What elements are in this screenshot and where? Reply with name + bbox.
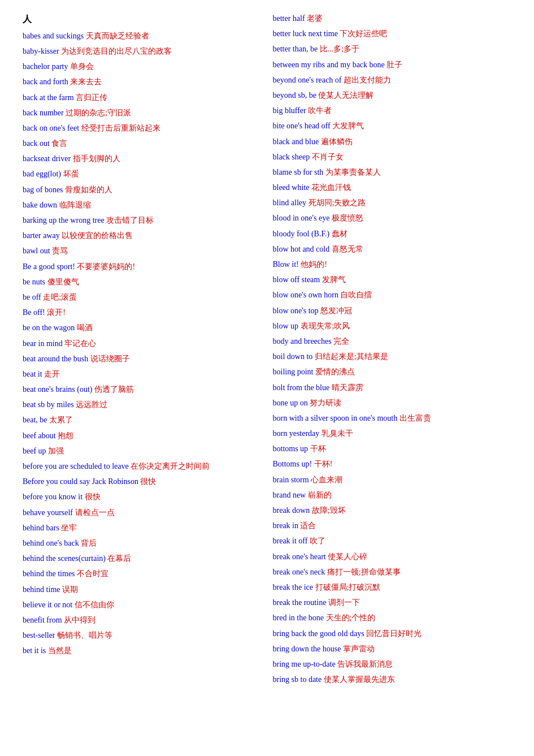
list-item: Bottoms up! 干杯! (273, 457, 512, 471)
list-item: bring down the house 掌声雷动 (273, 642, 512, 656)
chinese-translation: 故障;毁坏 (312, 506, 346, 515)
list-item: back and forth 来来去去 (23, 75, 262, 89)
list-item: beef up 加强 (23, 444, 262, 458)
chinese-translation: 超出支付能力 (344, 76, 391, 84)
english-term: Blow it! (273, 260, 299, 269)
chinese-translation: 背后 (81, 539, 97, 547)
chinese-translation: 使某人无法理解 (318, 91, 374, 100)
list-item: better half 老婆 (273, 11, 512, 25)
english-term: Bottoms up! (273, 460, 312, 468)
chinese-translation: 归结起来是;其结果是 (315, 352, 388, 361)
english-term: babes and suckings (23, 32, 84, 40)
list-item: brain storm 心血来潮 (273, 473, 512, 487)
list-item: behind bars 坐牢 (23, 521, 262, 535)
chinese-translation: 临阵退缩 (59, 201, 91, 209)
chinese-translation: 下次好运些吧 (340, 29, 387, 38)
english-term: break in (273, 521, 298, 530)
english-term: be off (23, 293, 41, 301)
list-item: bring me up-to-date 告诉我最新消息 (273, 657, 512, 671)
list-item: boiling point 爱情的沸点 (273, 365, 512, 379)
list-item: backseat driver 指手划脚的人 (23, 152, 262, 166)
list-item: beat, be 太累了 (23, 413, 262, 427)
english-term: bring me up-to-date (273, 660, 336, 668)
list-item: back at the farm 言归正传 (23, 90, 262, 105)
english-term: barking up the wrong tree (23, 216, 105, 224)
chinese-translation: 信不信由你 (75, 601, 114, 609)
chinese-translation: 使某人掌握最先进东 (324, 675, 395, 684)
chinese-translation: 食言 (51, 139, 67, 148)
english-term: bolt from the blue (273, 383, 330, 392)
english-term: body and breeches (273, 337, 332, 345)
english-term: born with a silver spoon in one's mouth (273, 414, 398, 422)
list-item: benefit from 从中得到 (23, 613, 262, 627)
main-page: 人babes and suckings 天真而缺乏经验者baby-kisser … (0, 0, 534, 756)
list-item: bred in the bone 天生的;个性的 (273, 611, 512, 625)
chinese-translation: 回忆昔日好时光 (366, 629, 422, 638)
english-term: beat it (23, 370, 42, 378)
chinese-translation: 蠢材 (332, 230, 348, 238)
list-item: boil down to 归结起来是;其结果是 (273, 349, 512, 364)
english-term: break it off (273, 537, 308, 545)
chinese-translation: 心血来潮 (311, 476, 342, 484)
list-item: behind the times 不合时宜 (23, 567, 262, 581)
english-term: bloody fool (B.F.) (273, 230, 330, 238)
list-item: barking up the wrong tree 攻击错了目标 (23, 213, 262, 227)
list-item: black sheep 不肖子女 (273, 150, 512, 164)
chinese-translation: 极度愤怒 (332, 214, 363, 222)
list-item: bring back the good old days 回忆昔日好时光 (273, 627, 512, 641)
chinese-translation: 当然是 (48, 646, 72, 655)
list-item: baby-kisser 为达到竞选目的出尽八宝的政客 (23, 44, 262, 58)
english-term: big bluffer (273, 106, 306, 115)
chinese-translation: 走吧;滚蛋 (43, 293, 77, 301)
chinese-translation: 过期的杂志;守旧派 (66, 109, 131, 117)
chinese-translation: 坐牢 (61, 524, 77, 532)
english-term: blind alley (273, 198, 307, 207)
english-term: beat one's brains (out) (23, 385, 92, 394)
list-item: bachelor party 单身会 (23, 59, 262, 74)
chinese-translation: 误期 (62, 585, 78, 594)
english-term: back at the farm (23, 93, 74, 102)
chinese-translation: 天真而缺乏经验者 (86, 32, 149, 40)
chinese-translation: 遍体鳞伤 (321, 137, 353, 146)
english-term: bake down (23, 201, 57, 209)
chinese-translation: 比...多;多于 (320, 45, 359, 53)
chinese-translation: 努力研读 (310, 399, 341, 407)
chinese-translation: 言归正传 (76, 93, 107, 102)
chinese-translation: 骨瘦如柴的人 (65, 185, 112, 194)
list-item: born with a silver spoon in one's mouth … (273, 411, 512, 425)
english-term: Be a good sport! (23, 262, 75, 271)
list-item: believe it or not 信不信由你 (23, 598, 262, 612)
list-item: blood in one's eye 极度愤怒 (273, 211, 512, 225)
chinese-translation: 在幕后 (107, 554, 131, 563)
english-term: behind one's back (23, 539, 79, 547)
chinese-translation: 太累了 (49, 416, 73, 424)
section-header: 人 (23, 14, 32, 24)
list-item: break one's neck 痛打一顿;拼命做某事 (273, 565, 512, 579)
list-item: break the routine 调剂一下 (273, 595, 512, 610)
english-term: Be off! (23, 308, 45, 317)
chinese-translation: 表现失常;吹风 (301, 322, 350, 330)
english-term: behind time (23, 585, 60, 594)
english-term: bear in mind (23, 339, 63, 348)
chinese-translation: 加强 (48, 447, 64, 455)
english-term: blow one's top (273, 306, 319, 315)
chinese-translation: 为达到竞选目的出尽八宝的政客 (61, 47, 172, 55)
english-term: bone up on (273, 399, 308, 407)
english-term: break one's neck (273, 568, 325, 576)
english-term: bag of bones (23, 185, 63, 194)
list-item: brand new 崭新的 (273, 488, 512, 502)
chinese-translation: 走开 (44, 370, 60, 378)
chinese-translation: 死胡同;失败之路 (309, 198, 366, 207)
english-term: black and blue (273, 137, 319, 146)
list-item: behind time 误期 (23, 582, 262, 597)
list-item: bloody fool (B.F.) 蠢材 (273, 227, 512, 241)
list-item: break down 故障;毁坏 (273, 503, 512, 517)
chinese-translation: 吹了 (310, 537, 325, 545)
chinese-translation: 单身会 (70, 62, 94, 71)
english-term: black sheep (273, 153, 310, 161)
english-term: behind the scenes(curtain) (23, 554, 106, 563)
chinese-translation: 打破僵局;打破沉默 (315, 583, 381, 591)
chinese-translation: 远远胜过 (76, 400, 107, 409)
english-term: bring sb to date (273, 675, 322, 684)
english-term: boil down to (273, 352, 313, 361)
